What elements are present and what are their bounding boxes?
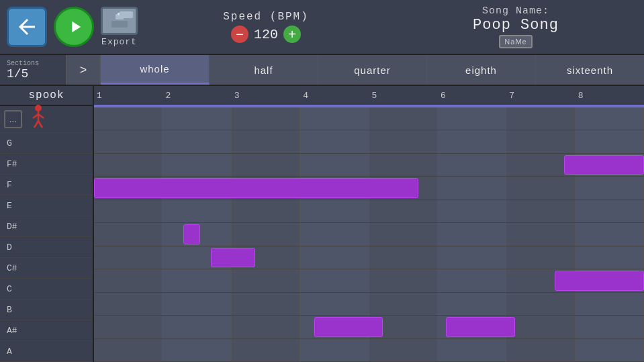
grid-cell[interactable] — [369, 130, 438, 152]
back-button[interactable] — [7, 7, 47, 47]
grid-cell[interactable] — [506, 223, 575, 245]
grid-cell[interactable] — [94, 339, 163, 361]
grid-row-D[interactable] — [94, 223, 644, 246]
grid-cell[interactable] — [576, 223, 644, 245]
grid-cell[interactable] — [506, 177, 575, 199]
grid-cell[interactable] — [576, 130, 644, 152]
grid-row-E[interactable] — [94, 177, 644, 199]
grid-cell[interactable] — [300, 293, 369, 315]
grid-cell[interactable] — [506, 293, 575, 315]
grid-cell[interactable] — [300, 339, 369, 361]
grid-cell[interactable] — [232, 339, 300, 361]
grid-cell[interactable] — [506, 339, 575, 361]
grid-cell[interactable] — [369, 200, 438, 222]
grid-cell[interactable] — [300, 130, 369, 152]
grid-cell[interactable] — [94, 223, 163, 245]
rename-button[interactable]: NaMe — [499, 35, 532, 48]
grid-row-B[interactable] — [94, 293, 644, 316]
grid-cell[interactable] — [576, 246, 644, 269]
grid-cell[interactable] — [438, 177, 506, 199]
grid-cell[interactable] — [438, 293, 506, 315]
grid-cell[interactable] — [369, 154, 438, 176]
grid-cell[interactable] — [94, 130, 163, 152]
grid-row-Fsharp[interactable] — [94, 130, 644, 153]
grid-cell[interactable] — [506, 130, 575, 152]
grid-cell[interactable] — [438, 130, 506, 152]
grid-cell[interactable] — [438, 200, 506, 222]
grid-cell[interactable] — [94, 154, 163, 176]
grid-cell[interactable] — [438, 154, 506, 176]
grid-row-A[interactable] — [94, 339, 644, 362]
grid-cell[interactable] — [369, 293, 438, 315]
grid-cell[interactable] — [232, 154, 300, 176]
note-type-eighth[interactable]: eighth — [427, 55, 536, 85]
note-type-whole[interactable]: whole — [101, 55, 210, 85]
nav-next-button[interactable]: > — [67, 55, 101, 85]
grid[interactable] — [94, 107, 644, 362]
grid-row-Asharp[interactable] — [94, 316, 644, 338]
grid-cell[interactable] — [369, 339, 438, 361]
grid-row-F[interactable] — [94, 154, 644, 177]
character-icon[interactable] — [26, 103, 50, 136]
grid-cell[interactable] — [232, 130, 300, 152]
grid-cell[interactable] — [232, 316, 300, 338]
grid-cell[interactable] — [300, 154, 369, 176]
note-label-Asharp: A# — [0, 320, 93, 341]
grid-cell[interactable] — [163, 316, 231, 338]
grid-cell[interactable] — [163, 200, 231, 222]
grid-row-C[interactable] — [94, 269, 644, 292]
grid-cell[interactable] — [163, 293, 231, 315]
grid-cell[interactable] — [94, 316, 163, 338]
grid-cell[interactable] — [369, 107, 438, 130]
grid-cell[interactable] — [163, 130, 231, 152]
grid-cell[interactable] — [300, 107, 369, 130]
grid-cell[interactable] — [506, 107, 575, 130]
bpm-decrease-button[interactable]: − — [231, 26, 248, 43]
grid-cell[interactable] — [506, 246, 575, 269]
grid-row-Csharp[interactable] — [94, 246, 644, 269]
grid-cell[interactable] — [300, 246, 369, 269]
grid-cell[interactable] — [438, 269, 506, 291]
grid-cell[interactable] — [163, 107, 231, 130]
note-type-half[interactable]: half — [210, 55, 318, 85]
grid-cell[interactable] — [94, 269, 163, 291]
grid-cell[interactable] — [232, 107, 300, 130]
bpm-increase-button[interactable]: + — [283, 26, 301, 43]
grid-cell[interactable] — [300, 269, 369, 291]
grid-cell[interactable] — [438, 223, 506, 245]
note-type-quarter[interactable]: quarter — [318, 55, 427, 85]
grid-cell[interactable] — [232, 293, 300, 315]
grid-row-Dsharp[interactable] — [94, 200, 644, 223]
grid-cell[interactable] — [232, 223, 300, 245]
grid-cell[interactable] — [232, 269, 300, 291]
grid-cell[interactable] — [369, 223, 438, 245]
grid-cell[interactable] — [94, 246, 163, 269]
grid-cell[interactable] — [94, 107, 163, 130]
grid-cell[interactable] — [369, 269, 438, 291]
grid-cell[interactable] — [300, 223, 369, 245]
grid-cell[interactable] — [576, 339, 644, 361]
play-button[interactable] — [54, 7, 94, 47]
grid-cell[interactable] — [506, 316, 575, 338]
export-area[interactable]: Export — [101, 7, 138, 47]
grid-cell[interactable] — [163, 339, 231, 361]
grid-cell[interactable] — [438, 246, 506, 269]
grid-row-G[interactable] — [94, 107, 644, 130]
grid-cell[interactable] — [94, 293, 163, 315]
grid-cell[interactable] — [506, 200, 575, 222]
grid-cell[interactable] — [369, 246, 438, 269]
track-options-button[interactable]: ... — [4, 110, 22, 128]
grid-cell[interactable] — [576, 293, 644, 315]
grid-cell[interactable] — [576, 107, 644, 130]
grid-cell[interactable] — [438, 339, 506, 361]
grid-cell[interactable] — [576, 200, 644, 222]
grid-cell[interactable] — [576, 316, 644, 338]
grid-cell[interactable] — [163, 154, 231, 176]
grid-cell[interactable] — [576, 177, 644, 199]
grid-cell[interactable] — [232, 200, 300, 222]
note-type-sixteenth[interactable]: sixteenth — [536, 55, 644, 85]
grid-cell[interactable] — [94, 200, 163, 222]
grid-cell[interactable] — [163, 269, 231, 291]
grid-cell[interactable] — [300, 200, 369, 222]
grid-cell[interactable] — [438, 107, 506, 130]
